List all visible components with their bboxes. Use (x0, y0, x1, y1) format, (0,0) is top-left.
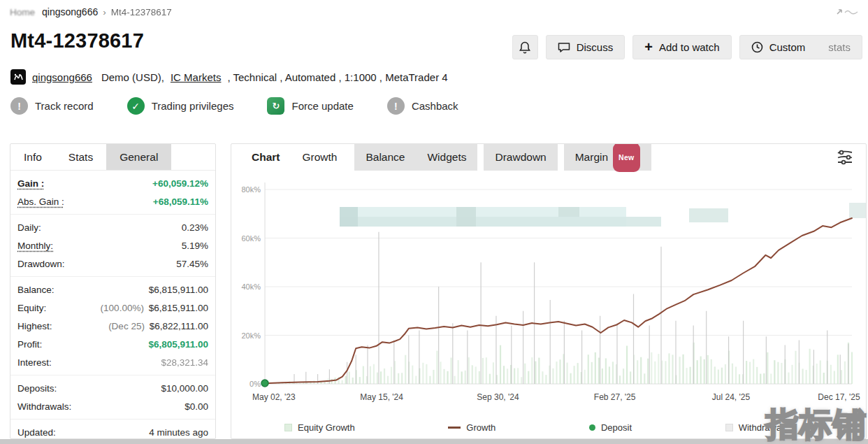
exclamation-gray-icon: ! (10, 97, 28, 115)
svg-text:Dec 17, '25: Dec 17, '25 (818, 392, 860, 402)
info-row-drawdown: Drawdown:57.45% (17, 255, 208, 273)
badge-force-update[interactable]: ↻Force update (267, 97, 353, 115)
badge-cashback[interactable]: !Cashback (387, 97, 458, 115)
breadcrumb-current: Mt4-12378617 (111, 7, 172, 17)
info-value: 0.23% (182, 222, 208, 233)
badge-trading-privileges[interactable]: ✓Trading privileges (127, 97, 234, 115)
custom-button[interactable]: Custom stats (739, 35, 862, 59)
exclamation-gray-icon: ! (387, 97, 405, 115)
info-panel-rows: Gain :+60,059.12%Abs. Gain :+68,059.11%D… (10, 171, 215, 439)
info-label: Balance: (17, 285, 55, 295)
broker-link[interactable]: IC Markets (171, 71, 222, 83)
custom-label: Custom (769, 41, 806, 53)
custom-suffix-label: stats (828, 41, 851, 53)
badge-label: Track record (35, 100, 94, 112)
footer-strip (0, 439, 868, 444)
info-value: (Dec 25) $6,822,111.00 (108, 321, 208, 331)
info-row-highest: Highest:(Dec 25) $6,822,111.00 (17, 317, 208, 335)
legend-marker (448, 427, 461, 429)
legend-marker (284, 424, 292, 431)
chart-tabs: ChartGrowthBalanceWidgetsDrawdownMarginN… (231, 144, 866, 171)
tab-stats[interactable]: Stats (55, 144, 106, 170)
chart-tab-widgets[interactable]: Widgets (416, 144, 477, 171)
svg-text:40k%: 40k% (241, 282, 261, 291)
info-label: Abs. Gain : (17, 196, 64, 207)
info-row-profit: Profit:$6,805,911.00 (17, 335, 208, 353)
chart-tab-label: Chart (252, 144, 280, 171)
chart-tab-balance[interactable]: Balance (354, 144, 416, 171)
action-buttons: Discuss + Add to watch Custom stats (512, 35, 862, 59)
chart-tab-chart[interactable]: Chart (240, 144, 291, 171)
tab-info[interactable]: Info (10, 144, 55, 170)
chart-settings-icon[interactable] (835, 148, 855, 169)
svg-text:Sep 30, '24: Sep 30, '24 (477, 392, 519, 402)
legend-marker (725, 424, 733, 431)
refresh-green-icon: ↻ (267, 97, 284, 115)
new-badge: New (613, 143, 640, 172)
info-row-gain: Gain :+60,059.12% (17, 174, 208, 192)
legend-deposit[interactable]: Deposit (589, 422, 632, 433)
info-value: +60,059.12% (152, 178, 208, 189)
tab-general[interactable]: General (106, 144, 171, 170)
page-title: Mt4-12378617 (10, 29, 144, 52)
info-label: Daily: (17, 222, 41, 233)
account-avatar[interactable] (10, 69, 26, 85)
discuss-button[interactable]: Discuss (546, 35, 625, 59)
info-row-balance: Balance:$6,815,911.00 (17, 280, 208, 299)
chart-tab-label: Balance (366, 144, 405, 171)
chart-tab-margin[interactable]: MarginNew (564, 144, 651, 171)
info-panel-tabs: InfoStatsGeneral (10, 144, 215, 171)
info-value: $6,815,911.00 (149, 285, 208, 295)
info-row-equity: Equity:(100.00%) $6,815,911.00 (17, 299, 208, 317)
breadcrumb-home-link[interactable]: Home (10, 7, 35, 17)
add-to-watch-button[interactable]: + Add to watch (632, 35, 731, 59)
clock-icon (751, 41, 763, 53)
info-label: Updated: (17, 427, 56, 438)
verification-badges: !Track record✓Trading privileges↻Force u… (10, 97, 458, 115)
account-details-2: , Technical , Automated , 1:1000 , MetaT… (227, 71, 447, 83)
info-group: Daily:0.23%Monthly:5.19%Drawdown:57.45% (10, 215, 215, 277)
info-value: $0.00 (185, 401, 208, 412)
info-value: 4 minutes ago (149, 427, 208, 438)
info-row-daily: Daily:0.23% (17, 218, 208, 236)
chart-tab-drawdown[interactable]: Drawdown (484, 144, 557, 171)
info-value: $10,000.00 (161, 383, 208, 394)
svg-text:May 02, '23: May 02, '23 (252, 392, 296, 402)
info-label: Drawdown: (17, 259, 65, 269)
legend-label: Deposit (601, 422, 632, 433)
badge-label: Trading privileges (152, 100, 234, 112)
legend-equity-growth[interactable]: Equity Growth (284, 422, 355, 433)
legend-marker (589, 424, 595, 431)
info-value: +68,059.11% (153, 196, 208, 207)
info-label: Deposits: (17, 383, 57, 394)
info-value: 57.45% (176, 259, 208, 269)
share-icon[interactable] (836, 7, 860, 17)
info-value: (100.00%) $6,815,911.00 (101, 303, 208, 313)
check-green-icon: ✓ (127, 97, 145, 115)
info-label: Highest: (17, 321, 52, 331)
info-row-updated: Updated:4 minutes ago (17, 423, 208, 439)
chart-tab-label: Margin (575, 144, 608, 171)
account-details-1: Demo (USD), (101, 71, 164, 83)
account-username-link[interactable]: qingsong666 (32, 71, 92, 83)
breadcrumb-account-link[interactable]: qingsong666 (42, 6, 98, 17)
info-label: Withdrawals: (17, 401, 71, 412)
growth-chart[interactable]: 80k%60k%40k%20k%0%May 02, '23May 15, '24… (231, 171, 866, 405)
svg-text:80k%: 80k% (241, 185, 261, 194)
account-summary-line: qingsong666 Demo (USD), IC Markets , Tec… (10, 69, 448, 85)
info-value: 5.19% (182, 241, 208, 251)
svg-text:60k%: 60k% (241, 234, 261, 243)
notifications-button[interactable] (512, 35, 538, 59)
info-row-withdrawals: Withdrawals:$0.00 (17, 397, 208, 415)
info-value-prefix: (Dec 25) (108, 321, 147, 331)
chart-panel: ChartGrowthBalanceWidgetsDrawdownMarginN… (231, 143, 867, 439)
legend-growth[interactable]: Growth (448, 422, 496, 433)
badge-track-record[interactable]: !Track record (10, 97, 94, 115)
svg-text:Jul 24, '25: Jul 24, '25 (712, 392, 751, 402)
chart-tab-growth[interactable]: Growth (291, 144, 348, 171)
info-group: Updated:4 minutes ago (10, 420, 215, 439)
legend-label: Equity Growth (298, 422, 355, 433)
svg-text:Feb 27, '25: Feb 27, '25 (594, 392, 636, 402)
legend-label: Growth (466, 422, 496, 433)
info-row-absgain: Abs. Gain :+68,059.11% (17, 192, 208, 210)
